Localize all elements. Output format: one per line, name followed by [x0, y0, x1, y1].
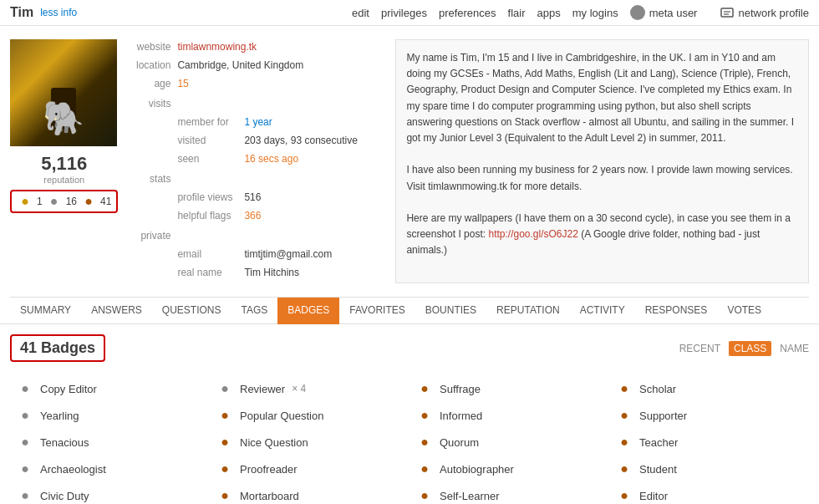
badge-item[interactable]: ● Self-Learner — [410, 482, 609, 504]
badge-name: Scholar — [639, 383, 676, 395]
bio-helpful-flags-value: 366 — [244, 208, 261, 223]
network-profile-label: network profile — [738, 7, 809, 19]
bio-real-name-value: Tim Hitchins — [244, 265, 299, 280]
tab-answers[interactable]: ANSWERS — [81, 298, 152, 324]
badge-item[interactable]: ● Copy Editor — [10, 375, 210, 402]
badge-name: Self-Learner — [440, 490, 500, 502]
my-logins-link[interactable]: my logins — [572, 7, 618, 19]
badge-type-icon: ● — [416, 461, 433, 476]
bio-member-for-spacer — [131, 115, 177, 130]
bio-stats-section: stats — [131, 171, 382, 186]
bio-helpful-flags-row: helpful flags 366 — [131, 208, 382, 223]
tab-favorites[interactable]: FAVORITES — [339, 298, 415, 324]
profile-container: 5,116 reputation ● 1 ● 16 ● 41 website t… — [0, 26, 819, 297]
badge-type-icon: ● — [616, 381, 633, 396]
badges-area: 41 Badges RECENT CLASS NAME ● Copy Edito… — [0, 334, 819, 504]
bio-age-row: age 15 — [131, 76, 382, 91]
gold-badge-icon: ● — [17, 194, 33, 209]
badges-label: Badges — [41, 339, 95, 356]
badge-name: Supporter — [639, 410, 687, 422]
tab-summary[interactable]: SUMMARY — [10, 298, 81, 324]
about-me-para1: My name is Tim, I'm 15 and I live in Cam… — [406, 50, 798, 146]
badge-grid: ● Copy Editor ● Reviewer × 4 ● Suffrage … — [10, 375, 809, 504]
badge-type-icon: ● — [216, 488, 233, 503]
sort-class[interactable]: CLASS — [729, 341, 771, 356]
badge-name: Tenacious — [40, 436, 89, 449]
badge-item[interactable]: ● Archaeologist — [10, 456, 210, 482]
apps-link[interactable]: apps — [537, 7, 561, 19]
bio-private-label: private — [131, 228, 177, 243]
badge-item[interactable]: ● Student — [609, 456, 809, 482]
badge-item[interactable]: ● Nice Question — [210, 429, 410, 456]
bio-visits-label: visits — [131, 96, 177, 111]
badges-count: 41 — [20, 339, 37, 356]
badge-type-icon: ● — [416, 381, 433, 396]
nav-links: edit privileges preferences flair apps m… — [352, 5, 809, 20]
bio-real-name-label: real name — [177, 265, 244, 280]
bio-email-spacer — [131, 247, 177, 262]
badge-type-icon: ● — [616, 408, 633, 423]
about-me-para3: Here are my wallpapers (I have them on a… — [406, 211, 798, 259]
gold-badge-count: 1 — [37, 196, 43, 207]
badge-name: Mortarboard — [240, 490, 299, 502]
badge-item[interactable]: ● Mortarboard — [210, 482, 410, 504]
bio-website-value[interactable]: timlawnmowing.tk — [177, 39, 257, 54]
badge-item[interactable]: ● Teacher — [609, 429, 809, 456]
badge-item[interactable]: ● Quorum — [410, 429, 609, 456]
bio-location-row: location Cambridge, United Kingdom — [131, 58, 382, 73]
badge-item[interactable]: ● Popular Question — [210, 402, 410, 429]
badge-item[interactable]: ● Reviewer × 4 — [210, 375, 410, 402]
tab-badges[interactable]: BADGES — [277, 298, 339, 324]
badge-item[interactable]: ● Civic Duty — [10, 482, 210, 504]
tab-reputation[interactable]: REPUTATION — [486, 298, 570, 324]
badge-item[interactable]: ● Yearling — [10, 402, 210, 429]
badge-type-icon: ● — [216, 461, 233, 476]
badge-item[interactable]: ● Autobiographer — [410, 456, 609, 482]
preferences-link[interactable]: preferences — [439, 7, 496, 19]
network-profile-button[interactable]: network profile — [720, 6, 809, 19]
badge-name: Informed — [440, 410, 482, 422]
bio-email-value: timtjtim@gmail.com — [244, 247, 332, 262]
tab-questions[interactable]: QUESTIONS — [152, 298, 231, 324]
badge-type-icon: ● — [616, 488, 633, 503]
sort-name[interactable]: NAME — [780, 343, 809, 354]
badge-item[interactable]: ● Suffrage — [410, 375, 609, 402]
badge-item[interactable]: ● Editor — [609, 482, 809, 504]
wallpaper-link[interactable]: http://goo.gl/sO6J22 — [488, 228, 577, 240]
tab-responses[interactable]: RESPONSES — [635, 298, 718, 324]
privileges-link[interactable]: privileges — [381, 7, 427, 19]
badges-title: 41 Badges — [10, 334, 105, 362]
bronze-badge-icon: ● — [80, 194, 97, 209]
badge-item[interactable]: ● Tenacious — [10, 429, 210, 456]
bio-profile-views-label: profile views — [177, 190, 244, 205]
badge-item[interactable]: ● Scholar — [609, 375, 809, 402]
bio-helpful-flags-label: helpful flags — [177, 208, 244, 223]
badge-item[interactable]: ● Supporter — [609, 402, 809, 429]
sort-recent[interactable]: RECENT — [679, 343, 720, 354]
badge-item[interactable]: ● Proofreader — [210, 456, 410, 482]
meta-user-button[interactable]: meta user — [630, 5, 698, 20]
badge-type-icon: ● — [17, 461, 33, 476]
bio-real-name-row: real name Tim Hitchins — [131, 265, 382, 280]
tab-tags[interactable]: TAGS — [231, 298, 278, 324]
less-info-link[interactable]: less info — [40, 7, 77, 18]
badge-name: Popular Question — [240, 410, 323, 422]
badge-name: Archaeologist — [40, 463, 106, 476]
badge-type-icon: ● — [416, 435, 433, 450]
bronze-badge-count: 41 — [100, 196, 111, 207]
tab-activity[interactable]: ACTIVITY — [570, 298, 635, 324]
badges-summary-row: ● 1 ● 16 ● 41 — [10, 190, 118, 213]
badge-name: Quorum — [440, 436, 479, 449]
badge-type-icon: ● — [17, 488, 33, 503]
bio-age-value: 15 — [177, 76, 188, 91]
about-me-para2: I have also been running my business for… — [406, 162, 798, 194]
edit-link[interactable]: edit — [352, 7, 369, 19]
flair-link[interactable]: flair — [508, 7, 526, 19]
bio-real-name-spacer — [131, 265, 177, 280]
avatar — [10, 39, 117, 146]
meta-icon — [630, 5, 645, 20]
badge-item[interactable]: ● Informed — [410, 402, 609, 429]
bio-website-label: website — [131, 39, 177, 54]
tab-bounties[interactable]: BOUNTIES — [415, 298, 486, 324]
tab-votes[interactable]: VOTES — [717, 298, 771, 324]
